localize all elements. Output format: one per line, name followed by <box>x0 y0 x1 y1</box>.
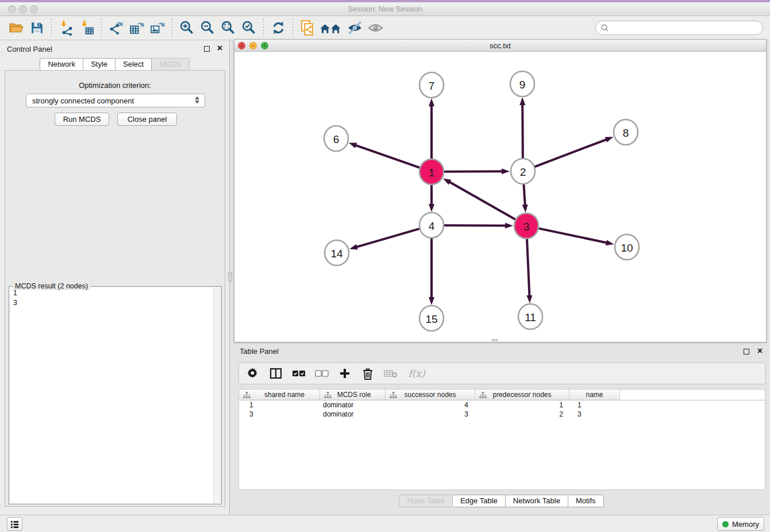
graph-node-label: 8 <box>623 127 629 139</box>
table-settings-button[interactable] <box>246 367 260 380</box>
graph-node-10[interactable]: 10 <box>615 234 639 260</box>
tab-mcds[interactable]: MCDS <box>152 58 189 71</box>
column-header-name[interactable]: name <box>569 390 620 400</box>
cell-successor-nodes[interactable]: 4 <box>386 400 475 410</box>
function-icon: f(x) <box>408 368 425 379</box>
graph-edge-3-11[interactable] <box>527 238 529 296</box>
graph-edge-1-6[interactable] <box>356 145 420 168</box>
zoom-in-button[interactable] <box>176 18 197 38</box>
graph-node-2[interactable]: 2 <box>511 159 535 184</box>
cell-shared-name[interactable]: 1 <box>239 400 320 410</box>
graph-edge-3-10[interactable] <box>538 228 607 242</box>
network-graph[interactable]: 7968124314101511 <box>234 52 766 342</box>
home-button[interactable] <box>318 18 344 38</box>
graph-node-9[interactable]: 9 <box>510 71 534 97</box>
graph-edge-2-3[interactable] <box>523 183 525 205</box>
copy-network-button[interactable] <box>297 18 318 38</box>
close-panel-icon[interactable]: × <box>217 43 222 53</box>
close-table-panel-icon[interactable]: × <box>757 346 763 356</box>
refresh-button[interactable] <box>268 18 288 38</box>
column-header-mcds-role[interactable]: MCDS role <box>320 390 386 400</box>
cell-mcds-role[interactable]: dominator <box>320 400 386 410</box>
graph-node-7[interactable]: 7 <box>419 72 444 98</box>
tab-network-table[interactable]: Network Table <box>506 495 568 507</box>
task-history-button[interactable] <box>7 517 22 531</box>
cell-predecessor-nodes[interactable]: 1 <box>475 400 569 410</box>
cell-successor-nodes[interactable]: 3 <box>386 410 475 419</box>
tab-node-table[interactable]: Node Table <box>399 495 453 507</box>
graph-edge-3-1[interactable] <box>449 182 515 220</box>
open-session-button[interactable] <box>6 18 26 38</box>
close-panel-button[interactable]: Close panel <box>117 113 177 126</box>
graph-node-6[interactable]: 6 <box>324 126 348 151</box>
tab-network[interactable]: Network <box>40 58 83 71</box>
export-table-button[interactable] <box>126 18 147 38</box>
graph-node-3[interactable]: 3 <box>514 213 538 238</box>
float-table-panel-icon[interactable] <box>744 349 749 354</box>
tab-motifs[interactable]: Motifs <box>568 495 604 507</box>
eye-icon <box>367 20 384 36</box>
cell-mcds-role[interactable]: dominator <box>320 410 386 419</box>
column-header-successor-nodes[interactable]: successor nodes <box>386 390 475 400</box>
criterion-dropdown[interactable]: strongly connected component <box>26 94 205 107</box>
cell-predecessor-nodes[interactable]: 2 <box>475 410 569 419</box>
graph-edge-4-14[interactable] <box>357 229 420 247</box>
run-mcds-button[interactable]: Run MCDS <box>55 113 109 126</box>
checked-boxes-icon <box>292 369 306 377</box>
import-table-icon <box>79 20 95 36</box>
graph-node-4[interactable]: 4 <box>419 213 444 238</box>
graph-node-8[interactable]: 8 <box>614 119 638 145</box>
memory-button[interactable]: Memory <box>717 517 764 531</box>
delete-column-button[interactable] <box>361 367 375 380</box>
tab-style[interactable]: Style <box>83 58 116 71</box>
tab-select[interactable]: Select <box>116 58 152 71</box>
vertical-splitter-grip[interactable] <box>228 272 232 282</box>
cell-shared-name[interactable]: 3 <box>239 410 320 419</box>
delete-table-button[interactable] <box>384 367 398 380</box>
control-panel-title: Control Panel <box>7 45 52 53</box>
unchecked-boxes-icon <box>315 369 329 377</box>
search-field[interactable] <box>595 21 763 35</box>
zoom-out-button[interactable] <box>197 18 218 38</box>
network-view-window: x − + scc.txt 7968124314101511 <box>234 39 767 342</box>
graph-edge-2-8[interactable] <box>534 140 607 167</box>
cell-name[interactable]: 1 <box>569 400 620 410</box>
float-panel-icon[interactable] <box>204 46 210 52</box>
graph-edge-1-2[interactable] <box>444 171 502 172</box>
graph-edge-2-9[interactable] <box>522 105 523 159</box>
search-input[interactable] <box>609 24 758 32</box>
save-floppy-icon <box>29 20 45 36</box>
tab-edge-table[interactable]: Edge Table <box>453 495 506 507</box>
cell-name[interactable]: 3 <box>569 410 620 419</box>
save-session-button[interactable] <box>26 18 47 38</box>
result-scrollbar[interactable] <box>213 287 221 503</box>
graph-node-label: 2 <box>520 166 526 178</box>
table-toolbar: f(x) <box>238 363 765 384</box>
mcds-result-textarea[interactable]: 1 3 <box>10 287 221 503</box>
import-table-button[interactable] <box>76 18 97 38</box>
table-row[interactable]: 3 dominator 3 2 3 <box>239 410 765 419</box>
import-network-button[interactable] <box>56 18 76 38</box>
list-icon <box>10 520 19 529</box>
graph-node-11[interactable]: 11 <box>518 304 542 329</box>
deselect-all-button[interactable] <box>315 367 329 380</box>
horizontal-splitter-grip[interactable] <box>492 339 498 343</box>
graph-node-1[interactable]: 1 <box>419 159 444 184</box>
table-row[interactable]: 1 dominator 4 1 1 <box>239 400 765 410</box>
add-column-button[interactable] <box>338 367 352 380</box>
hide-panels-button[interactable] <box>344 18 365 38</box>
select-all-button[interactable] <box>292 367 306 380</box>
zoom-fit-button[interactable] <box>218 18 238 38</box>
export-network-button[interactable] <box>106 18 126 38</box>
zoom-selected-button[interactable] <box>238 18 259 38</box>
export-image-button[interactable] <box>147 18 168 38</box>
graph-node-label: 15 <box>425 313 437 325</box>
column-header-predecessor-nodes[interactable]: predecessor nodes <box>475 390 569 400</box>
apply-function-button[interactable]: f(x) <box>407 367 426 380</box>
show-eye-button[interactable] <box>365 18 386 38</box>
column-header-shared-name[interactable]: shared name <box>239 390 320 400</box>
graph-node-15[interactable]: 15 <box>419 306 444 331</box>
graph-node-14[interactable]: 14 <box>325 240 349 265</box>
graph-edge-4-3[interactable] <box>444 225 506 226</box>
column-layout-button[interactable] <box>269 367 283 380</box>
